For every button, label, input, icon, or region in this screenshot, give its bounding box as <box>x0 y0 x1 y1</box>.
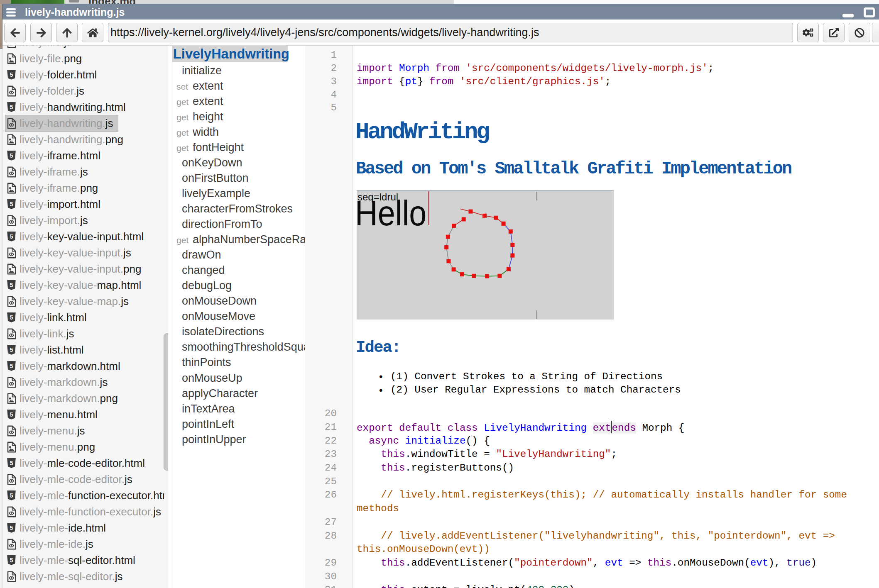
svg-text:5: 5 <box>10 556 13 564</box>
svg-text:5: 5 <box>10 524 13 531</box>
svg-text:5: 5 <box>10 71 13 78</box>
svg-text:5: 5 <box>10 103 13 110</box>
svg-text:5: 5 <box>10 281 13 288</box>
svg-text:5: 5 <box>10 492 13 499</box>
svg-text:5: 5 <box>10 200 13 207</box>
svg-text:5: 5 <box>10 152 13 159</box>
svg-text:5: 5 <box>10 411 13 418</box>
svg-text:5: 5 <box>10 233 13 240</box>
svg-text:5: 5 <box>10 459 13 466</box>
svg-text:5: 5 <box>10 314 13 321</box>
svg-text:5: 5 <box>10 346 13 353</box>
svg-text:5: 5 <box>10 362 13 369</box>
